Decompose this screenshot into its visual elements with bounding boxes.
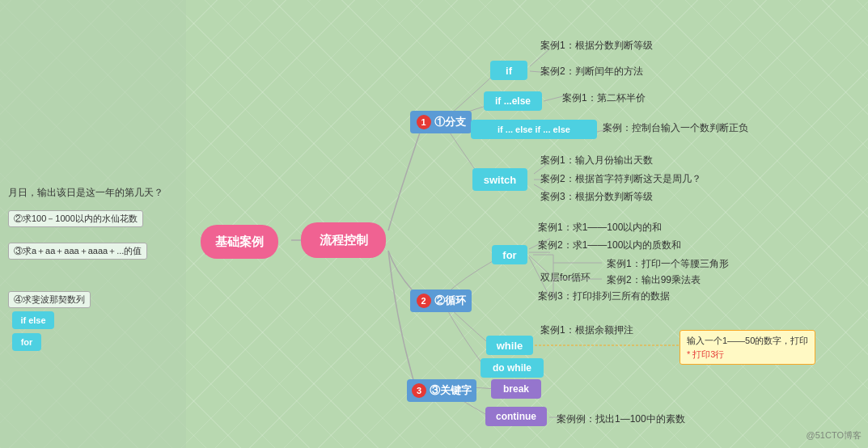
- branch-node[interactable]: 1 ①分支: [410, 111, 472, 133]
- tag-ifelse[interactable]: if else: [12, 311, 54, 329]
- label-for-case2: 案例2：求1——100以内的质数和: [538, 239, 681, 252]
- left-panel: 月日，输出该日是这一年的第几天？ ②求100－1000以内的水仙花数 ③求a＋a…: [0, 0, 186, 448]
- label-ifelse-case1: 案例1：第二杯半价: [562, 91, 646, 105]
- for-node[interactable]: for: [492, 245, 527, 264]
- branch-badge: 1: [417, 115, 431, 129]
- label-dblfor-case1: 案例1：打印一个等腰三角形: [607, 257, 729, 271]
- label-if-case1: 案例1：根据分数判断等级: [540, 39, 653, 53]
- label-dblfor-case2: 案例2：输出99乘法表: [607, 273, 701, 287]
- label-for-case3: 案例3：打印排列三所有的数据: [538, 290, 670, 303]
- tooltip-line1: 输入一个1——50的数字，打印: [687, 334, 808, 348]
- label-ifelseif-case1: 案例：控制台输入一个数判断正负: [603, 121, 748, 135]
- break-node[interactable]: break: [491, 379, 541, 399]
- while-tooltip: 输入一个1——50的数字，打印 * 打印3行: [680, 330, 815, 365]
- keyword-badge: 3: [412, 383, 426, 398]
- label-continue-case1: 案例例：找出1—100中的素数: [557, 412, 685, 426]
- keyword-node[interactable]: 3 ③关键字: [407, 379, 476, 402]
- center-node-cases[interactable]: 基础案例: [201, 225, 278, 259]
- canvas: 月日，输出该日是这一年的第几天？ ②求100－1000以内的水仙花数 ③求a＋a…: [0, 0, 868, 448]
- left-title: 月日，输出该日是这一年的第几天？: [8, 186, 163, 200]
- label-switch-case2: 案例2：根据首字符判断这天是周几？: [540, 172, 701, 186]
- label-switch-case1: 案例1：输入月份输出天数: [540, 154, 653, 167]
- label-switch-case3: 案例3：根据分数判断等级: [540, 190, 653, 204]
- left-item1[interactable]: ②求100－1000以内的水仙花数: [8, 210, 143, 227]
- dowhile-node[interactable]: do while: [481, 358, 544, 378]
- label-for-case1: 案例1：求1——100以内的和: [538, 221, 662, 235]
- left-item3[interactable]: ④求斐波那契数列: [8, 291, 91, 308]
- switch-node[interactable]: switch: [472, 168, 527, 191]
- loop-node[interactable]: 2 ②循环: [410, 290, 472, 312]
- center-node-flow[interactable]: 流程控制: [301, 222, 386, 258]
- label-double-for: 双层for循环: [540, 271, 591, 285]
- ifelse-node[interactable]: if ...else: [484, 91, 542, 111]
- loop-badge: 2: [417, 294, 431, 308]
- while-node[interactable]: while: [486, 336, 533, 355]
- label-while-case1: 案例1：根据余额押注: [540, 323, 633, 337]
- if-node[interactable]: if: [490, 61, 527, 80]
- tooltip-line2: * 打印3行: [687, 348, 808, 361]
- continue-node[interactable]: continue: [485, 407, 547, 426]
- left-item2[interactable]: ③求a＋aa＋aaa＋aaaa＋...的值: [8, 243, 147, 260]
- label-if-case2: 案例2：判断闰年的方法: [540, 65, 643, 78]
- tag-for[interactable]: for: [12, 333, 41, 351]
- watermark: @51CTO博客: [807, 429, 862, 442]
- ifelseif-node[interactable]: if ... else if ... else: [471, 120, 597, 139]
